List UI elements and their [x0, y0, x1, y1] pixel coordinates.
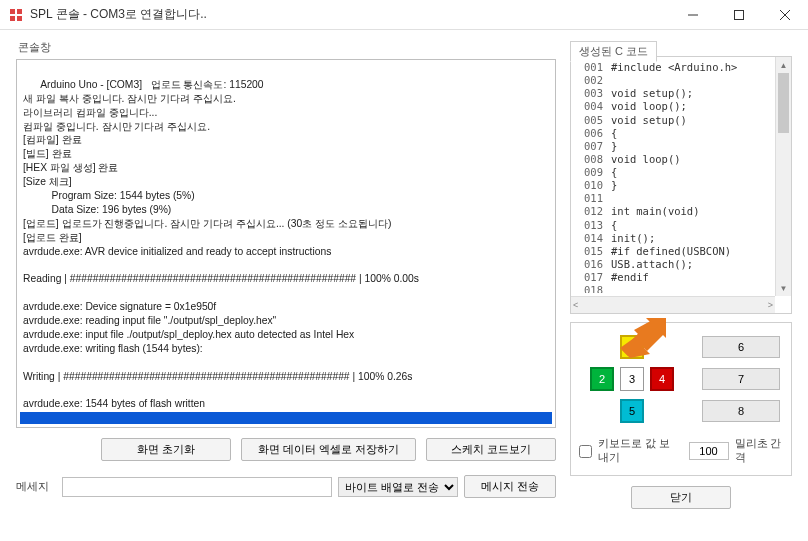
- code-line: 011: [577, 192, 787, 205]
- key-1[interactable]: 1: [620, 335, 644, 359]
- svg-rect-5: [735, 10, 744, 19]
- scroll-left-icon[interactable]: <: [573, 300, 578, 310]
- window-title: SPL 콘솔 - COM3로 연결합니다..: [30, 6, 207, 23]
- maximize-button[interactable]: [716, 0, 762, 29]
- svg-rect-1: [17, 9, 22, 14]
- code-line: 018: [577, 284, 787, 293]
- svg-rect-2: [10, 16, 15, 21]
- scroll-right-icon[interactable]: >: [768, 300, 773, 310]
- view-sketch-button[interactable]: 스케치 코드보기: [426, 438, 556, 461]
- key-3[interactable]: 3: [620, 367, 644, 391]
- reset-screen-button[interactable]: 화면 초기화: [101, 438, 231, 461]
- code-line: 007}: [577, 140, 787, 153]
- key-7[interactable]: 7: [702, 368, 780, 390]
- code-panel: 생성된 C 코드 001#include <Arduino.h>002003vo…: [570, 56, 792, 314]
- keypad-panel: 1 6 2 3 4 7 5 8: [570, 322, 792, 476]
- keyboard-send-checkbox[interactable]: [579, 445, 592, 458]
- console-label: 콘솔창: [16, 40, 556, 59]
- code-line: 001#include <Arduino.h>: [577, 61, 787, 74]
- send-message-button[interactable]: 메시지 전송: [464, 475, 556, 498]
- key-5[interactable]: 5: [620, 399, 644, 423]
- scroll-thumb[interactable]: [778, 73, 789, 133]
- code-line: 015#if defined(USBCON): [577, 245, 787, 258]
- window-controls: [670, 0, 808, 29]
- keyboard-send-label: 키보드로 값 보내기: [598, 437, 677, 465]
- encoding-select[interactable]: 바이트 배열로 전송: [338, 477, 458, 497]
- code-line: 016 USB.attach();: [577, 258, 787, 271]
- console-output[interactable]: Arduino Uno - [COM3] 업로드 통신속도: 115200 새 …: [16, 59, 556, 428]
- message-input[interactable]: [62, 477, 332, 497]
- message-label: 메세지: [16, 479, 56, 494]
- console-text: Arduino Uno - [COM3] 업로드 통신속도: 115200 새 …: [23, 79, 419, 428]
- code-line: 003void setup();: [577, 87, 787, 100]
- code-tab[interactable]: 생성된 C 코드: [570, 41, 657, 62]
- scroll-up-icon[interactable]: ▲: [776, 57, 791, 73]
- scroll-down-icon[interactable]: ▼: [776, 280, 791, 296]
- code-line: 017#endif: [577, 271, 787, 284]
- close-button[interactable]: 닫기: [631, 486, 731, 509]
- key-6[interactable]: 6: [702, 336, 780, 358]
- code-vscrollbar[interactable]: ▲ ▼: [775, 57, 791, 296]
- svg-rect-3: [17, 16, 22, 21]
- app-icon: [8, 7, 24, 23]
- key-8[interactable]: 8: [702, 400, 780, 422]
- key-2[interactable]: 2: [590, 367, 614, 391]
- code-line: 012int main(void): [577, 205, 787, 218]
- interval-label: 밀리초 간격: [735, 437, 783, 465]
- interval-input[interactable]: [689, 442, 729, 460]
- code-view[interactable]: 001#include <Arduino.h>002003void setup(…: [571, 57, 791, 293]
- code-hscrollbar[interactable]: < >: [571, 296, 775, 313]
- code-line: 009{: [577, 166, 787, 179]
- save-excel-button[interactable]: 화면 데이터 엑셀로 저장하기: [241, 438, 416, 461]
- key-4[interactable]: 4: [650, 367, 674, 391]
- code-line: 005void setup(): [577, 114, 787, 127]
- svg-rect-0: [10, 9, 15, 14]
- minimize-button[interactable]: [670, 0, 716, 29]
- console-selection-bar: [20, 412, 552, 424]
- code-line: 004void loop();: [577, 100, 787, 113]
- code-line: 010}: [577, 179, 787, 192]
- code-line: 013{: [577, 219, 787, 232]
- close-window-button[interactable]: [762, 0, 808, 29]
- code-line: 014 init();: [577, 232, 787, 245]
- code-line: 002: [577, 74, 787, 87]
- titlebar: SPL 콘솔 - COM3로 연결합니다..: [0, 0, 808, 30]
- code-line: 006{: [577, 127, 787, 140]
- code-line: 008void loop(): [577, 153, 787, 166]
